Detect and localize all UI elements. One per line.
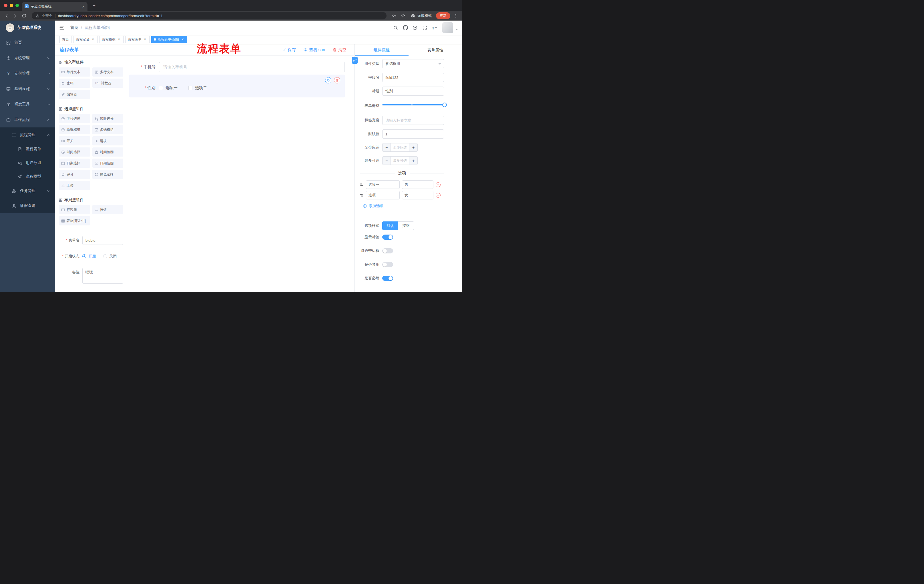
palette-item[interactable]: 行容器	[59, 205, 90, 214]
sidebar-item-1[interactable]: 系统管理	[0, 50, 55, 66]
drag-handle-icon[interactable]	[360, 193, 364, 197]
avatar-caret-icon[interactable]	[456, 29, 458, 31]
palette-item[interactable]: 级联选择	[92, 114, 124, 123]
tag-close-icon[interactable]: ×	[181, 38, 185, 41]
tag-close-icon[interactable]: ×	[117, 38, 121, 41]
status-on-radio[interactable]: 开启	[82, 254, 96, 259]
help-icon[interactable]	[411, 23, 419, 32]
phone-field-row[interactable]: 手机号	[129, 62, 345, 72]
palette-item[interactable]: 下拉选择	[59, 114, 90, 123]
component-type-value[interactable]	[382, 59, 444, 68]
slider-handle[interactable]	[442, 102, 447, 107]
drag-handle-icon[interactable]	[360, 183, 364, 187]
palette-item[interactable]: 多行文本	[92, 67, 124, 77]
update-button[interactable]: 更新	[436, 12, 450, 19]
palette-item[interactable]: 编辑器	[59, 90, 90, 99]
palette-item[interactable]: 滑块	[92, 136, 124, 145]
reload-button[interactable]	[21, 12, 28, 19]
sidebar-item-2[interactable]: ¥支付管理	[0, 66, 55, 81]
sidebar-subitem-3[interactable]: 流程模型	[0, 170, 55, 183]
default-value-input[interactable]	[382, 130, 444, 138]
grid-slider[interactable]	[382, 100, 446, 109]
breadcrumb-home[interactable]: 首页	[70, 25, 78, 30]
collapse-sidebar-icon[interactable]	[55, 25, 69, 30]
clear-button[interactable]: 清空	[332, 47, 346, 53]
palette-item[interactable]: 按钮	[92, 205, 124, 214]
fullscreen-icon[interactable]	[421, 23, 429, 32]
label-width-input[interactable]	[382, 116, 444, 125]
palette-item[interactable]: 表格[开发中]	[59, 216, 90, 225]
close-window-button[interactable]	[4, 4, 7, 7]
back-button[interactable]	[3, 12, 10, 19]
sidebar-item-5[interactable]: 工作流程	[0, 112, 55, 127]
tag-0[interactable]: 首页	[59, 36, 71, 43]
sidebar-subitem-0[interactable]: 流程管理	[0, 127, 55, 142]
tag-2[interactable]: 流程模型×	[99, 36, 124, 43]
copy-widget-button[interactable]	[325, 77, 332, 84]
palette-item[interactable]: 评分	[59, 170, 90, 179]
sidebar-subitem-5[interactable]: 请假查询	[0, 198, 55, 213]
github-icon[interactable]	[401, 23, 409, 32]
palette-item[interactable]: 开关	[59, 136, 90, 145]
minimize-window-button[interactable]	[10, 4, 13, 7]
add-option-button[interactable]: 添加选项	[363, 204, 462, 209]
toggle-switch[interactable]	[382, 248, 393, 253]
component-type-select[interactable]	[382, 59, 444, 68]
gender-option-1[interactable]: 选项一	[159, 86, 178, 90]
palette-item[interactable]: 123计数器	[92, 79, 124, 88]
forward-button[interactable]	[12, 12, 18, 19]
sidebar-item-0[interactable]: 首页	[0, 35, 55, 50]
option-value-input[interactable]	[402, 191, 433, 199]
remove-option-icon[interactable]: −	[436, 182, 441, 187]
palette-item[interactable]: 多选框组	[92, 125, 124, 134]
title-input[interactable]	[382, 87, 444, 96]
palette-item[interactable]: 密码	[59, 79, 90, 88]
password-manager-icon[interactable]	[391, 12, 398, 19]
toggle-switch[interactable]	[382, 262, 393, 267]
palette-item[interactable]: 时间范围	[92, 147, 124, 156]
min-stepper-value[interactable]: 至少应选	[391, 143, 409, 151]
save-button[interactable]: 保存	[282, 47, 296, 53]
bookmark-icon[interactable]	[400, 12, 406, 19]
tag-4[interactable]: 流程表单-编辑×	[151, 36, 187, 43]
tag-1[interactable]: 流程定义×	[73, 36, 97, 43]
palette-item[interactable]: 日期选择	[59, 159, 90, 168]
user-avatar[interactable]	[442, 22, 453, 33]
form-remark-textarea[interactable]: 嘿嘿	[82, 268, 123, 284]
maximize-window-button[interactable]	[15, 4, 19, 7]
palette-item[interactable]: 单行文本	[59, 67, 90, 77]
view-json-button[interactable]: 查看json	[303, 47, 325, 53]
toggle-switch[interactable]	[382, 235, 393, 240]
field-name-input[interactable]	[382, 73, 444, 82]
option-value-input[interactable]	[402, 180, 433, 189]
toggle-switch[interactable]	[382, 276, 393, 281]
palette-item[interactable]: 日期范围	[92, 159, 124, 168]
stepper-decrease-button[interactable]: −	[383, 143, 391, 151]
palette-item[interactable]: 单选框组	[59, 125, 90, 134]
palette-item[interactable]: 时间选择	[59, 147, 90, 156]
search-icon[interactable]	[391, 23, 400, 32]
tab-form-props[interactable]: 表单属性	[409, 44, 462, 56]
option-label-input[interactable]	[366, 191, 400, 199]
tab-close-icon[interactable]: ×	[82, 4, 85, 9]
browser-tab[interactable]: 芋道管理系统 ×	[22, 2, 87, 11]
stepper-increase-button[interactable]: +	[409, 156, 417, 165]
panel-link-handle[interactable]	[352, 57, 358, 64]
selected-widget-gender[interactable]: 性别 选项一 选项二	[129, 74, 345, 97]
tag-close-icon[interactable]: ×	[91, 38, 95, 41]
stepper-decrease-button[interactable]: −	[383, 156, 391, 165]
address-bar[interactable]: 不安全 | dashboard.yudao.iocoder.cn/bpm/man…	[32, 12, 386, 20]
style-button-button[interactable]: 按钮	[398, 221, 414, 230]
font-size-icon[interactable]: TT	[430, 23, 439, 32]
sidebar-subitem-2[interactable]: 用户分组	[0, 156, 55, 170]
status-off-radio[interactable]: 关闭	[103, 254, 117, 259]
form-name-input[interactable]	[82, 236, 123, 245]
sidebar-subitem-1[interactable]: 流程表单	[0, 142, 55, 156]
tag-close-icon[interactable]: ×	[143, 38, 147, 41]
sidebar-subitem-4[interactable]: 任务管理	[0, 183, 55, 198]
gender-option-2[interactable]: 选项二	[188, 86, 207, 90]
option-label-input[interactable]	[366, 180, 400, 189]
style-default-button[interactable]: 默认	[382, 221, 398, 230]
remove-option-icon[interactable]: −	[436, 193, 441, 198]
phone-input[interactable]	[159, 62, 345, 72]
